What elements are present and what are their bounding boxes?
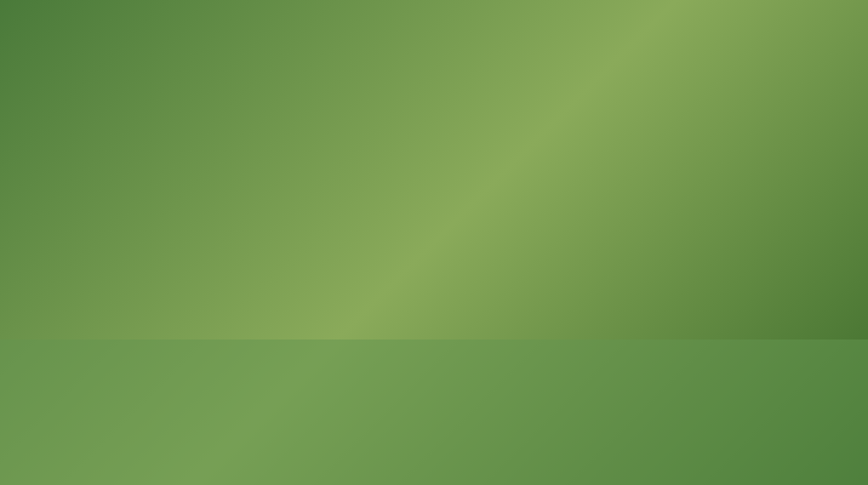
content-area: NETFLIX 📺 Netflix <box>153 54 868 485</box>
main-content: Apps N Netflix YouTube NETFLIX <box>0 54 868 485</box>
youtube-content-row: BRASIL BANCODOBRASIL 91 <box>153 290 854 401</box>
partial-sports-card[interactable] <box>786 290 856 401</box>
